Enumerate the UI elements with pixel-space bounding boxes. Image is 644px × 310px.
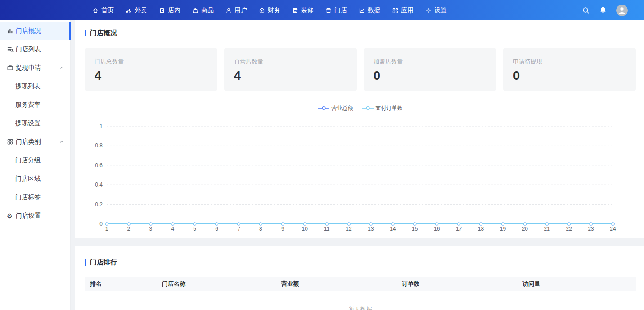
stat-total-stores: 门店总数量 4 bbox=[85, 48, 217, 91]
stat-label: 直营店数量 bbox=[234, 58, 347, 66]
legend-item-支付订单数[interactable]: 支付订单数 bbox=[362, 105, 403, 112]
svg-text:9: 9 bbox=[281, 226, 284, 232]
sidebar-item-store-region[interactable]: 门店区域 bbox=[0, 169, 70, 188]
svg-text:0: 0 bbox=[99, 221, 103, 227]
col-revenue: 营业额 bbox=[276, 277, 396, 291]
store-overview-card: 门店概况 门店总数量 4 直营店数量 4 加盟店数量 0 申请待提现 0 营业总… bbox=[75, 20, 644, 238]
nav-item-data[interactable]: 数据 bbox=[359, 0, 380, 20]
search-icon[interactable] bbox=[582, 6, 590, 14]
svg-text:6: 6 bbox=[215, 226, 218, 232]
avatar[interactable] bbox=[616, 5, 628, 16]
svg-text:20: 20 bbox=[522, 226, 528, 232]
chevron-up-icon[interactable] bbox=[59, 140, 64, 144]
sidebar-item-label: 门店类别 bbox=[16, 138, 41, 146]
nav-item-home[interactable]: 首页 bbox=[92, 0, 114, 20]
nav-item-label: 店内 bbox=[168, 6, 180, 14]
user-icon bbox=[225, 7, 232, 14]
legend-marker bbox=[362, 105, 374, 112]
svg-text:12: 12 bbox=[346, 226, 352, 232]
stat-label: 申请待提现 bbox=[513, 58, 626, 66]
col-orders: 订单数 bbox=[396, 277, 517, 291]
stat-franchise-stores: 加盟店数量 0 bbox=[364, 48, 496, 91]
sidebar-item-label: 门店分组 bbox=[15, 156, 41, 164]
empty-state-text: 暂无数据 bbox=[85, 291, 636, 310]
stat-label: 加盟店数量 bbox=[374, 58, 486, 66]
svg-text:2: 2 bbox=[127, 226, 131, 232]
svg-text:19: 19 bbox=[500, 226, 506, 232]
data-icon bbox=[359, 7, 365, 14]
nav-item-finance[interactable]: 财务 bbox=[259, 0, 280, 20]
home-icon bbox=[92, 7, 99, 14]
grid-icon bbox=[7, 138, 14, 145]
sidebar-item-withdraw-apply[interactable]: 提现申请 bbox=[0, 59, 70, 77]
apps-icon bbox=[392, 7, 398, 14]
goods-icon bbox=[192, 7, 198, 14]
sidebar-item-store-category[interactable]: 门店类别 bbox=[0, 132, 70, 151]
nav-item-label: 首页 bbox=[101, 6, 114, 14]
sidebar-item-store-list[interactable]: 门店列表 bbox=[0, 40, 70, 59]
sidebar-item-store-overview[interactable]: 门店概况 bbox=[0, 22, 70, 40]
nav-item-apps[interactable]: 应用 bbox=[392, 0, 414, 20]
bar-chart-icon bbox=[7, 27, 14, 34]
svg-text:0.6: 0.6 bbox=[95, 162, 103, 169]
nav-item-store[interactable]: 门店 bbox=[325, 0, 347, 20]
sidebar: 门店概况门店列表提现申请提现列表服务费率提现设置门店类别门店分组门店区域门店标签… bbox=[0, 20, 71, 310]
nav-item-label: 门店 bbox=[334, 6, 347, 14]
sidebar-item-withdraw-settings[interactable]: 提现设置 bbox=[0, 114, 70, 132]
table-header-row: 排名 门店名称 营业额 订单数 访问量 bbox=[85, 277, 636, 291]
sidebar-item-store-tag[interactable]: 门店标签 bbox=[0, 188, 70, 206]
overview-section-title: 门店概况 bbox=[85, 29, 636, 37]
instore-icon bbox=[159, 7, 165, 14]
wallet-icon bbox=[7, 64, 14, 71]
svg-text:15: 15 bbox=[412, 226, 418, 232]
sidebar-item-withdraw-list[interactable]: 提现列表 bbox=[0, 77, 70, 96]
svg-text:11: 11 bbox=[324, 226, 330, 232]
nav-item-label: 装修 bbox=[301, 6, 314, 14]
svg-text:1: 1 bbox=[105, 226, 108, 232]
sidebar-item-label: 提现列表 bbox=[15, 82, 41, 91]
svg-text:3: 3 bbox=[149, 226, 152, 232]
svg-text:5: 5 bbox=[193, 226, 196, 232]
takeout-icon bbox=[126, 7, 132, 14]
store-icon bbox=[325, 7, 332, 14]
nav-item-decorate[interactable]: 装修 bbox=[292, 0, 314, 20]
stat-pending-withdraw: 申请待提现 0 bbox=[503, 48, 636, 91]
bell-icon[interactable] bbox=[599, 6, 607, 14]
nav-item-label: 数据 bbox=[368, 6, 380, 14]
nav-item-goods[interactable]: 商品 bbox=[192, 0, 214, 20]
nav-item-settings[interactable]: 设置 bbox=[425, 0, 447, 20]
page-title: 门店概况 bbox=[90, 29, 117, 37]
ranking-section-title: 门店排行 bbox=[85, 258, 636, 267]
svg-text:17: 17 bbox=[456, 226, 462, 232]
sidebar-item-service-fee-rate[interactable]: 服务费率 bbox=[0, 96, 70, 114]
ranking-title: 门店排行 bbox=[90, 258, 117, 267]
nav-right-tools bbox=[582, 5, 628, 16]
nav-item-instore[interactable]: 店内 bbox=[159, 0, 180, 20]
decorate-icon bbox=[292, 7, 298, 14]
main-content: 门店概况 门店总数量 4 直营店数量 4 加盟店数量 0 申请待提现 0 营业总… bbox=[71, 20, 644, 310]
sidebar-item-label: 门店概况 bbox=[16, 27, 41, 35]
store-ranking-card: 门店排行 排名 门店名称 营业额 订单数 访问量 暂无数据 bbox=[75, 246, 644, 310]
nav-item-label: 设置 bbox=[434, 6, 447, 14]
sidebar-item-store-settings[interactable]: ⚙门店设置 bbox=[0, 206, 70, 225]
stat-label: 门店总数量 bbox=[95, 58, 207, 66]
col-rank: 排名 bbox=[85, 277, 157, 291]
ranking-table: 排名 门店名称 营业额 订单数 访问量 暂无数据 bbox=[85, 277, 636, 310]
chevron-up-icon[interactable] bbox=[59, 66, 64, 70]
list-search-icon bbox=[7, 46, 14, 53]
svg-text:1: 1 bbox=[99, 123, 103, 129]
sidebar-item-label: 提现设置 bbox=[15, 119, 41, 128]
nav-item-label: 财务 bbox=[268, 6, 280, 14]
svg-text:23: 23 bbox=[588, 226, 594, 232]
top-navbar: 首页外卖店内商品用户财务装修门店数据应用设置 bbox=[0, 0, 644, 20]
nav-item-user[interactable]: 用户 bbox=[225, 0, 247, 20]
svg-text:8: 8 bbox=[259, 226, 262, 232]
svg-text:4: 4 bbox=[171, 226, 174, 232]
sidebar-item-store-group[interactable]: 门店分组 bbox=[0, 151, 70, 169]
stat-cards: 门店总数量 4 直营店数量 4 加盟店数量 0 申请待提现 0 bbox=[85, 48, 636, 91]
legend-label: 营业总额 bbox=[332, 105, 353, 112]
nav-item-takeout[interactable]: 外卖 bbox=[126, 0, 147, 20]
nav-item-label: 外卖 bbox=[135, 6, 147, 14]
legend-item-营业总额[interactable]: 营业总额 bbox=[318, 105, 353, 112]
sidebar-item-label: 门店标签 bbox=[15, 193, 41, 201]
